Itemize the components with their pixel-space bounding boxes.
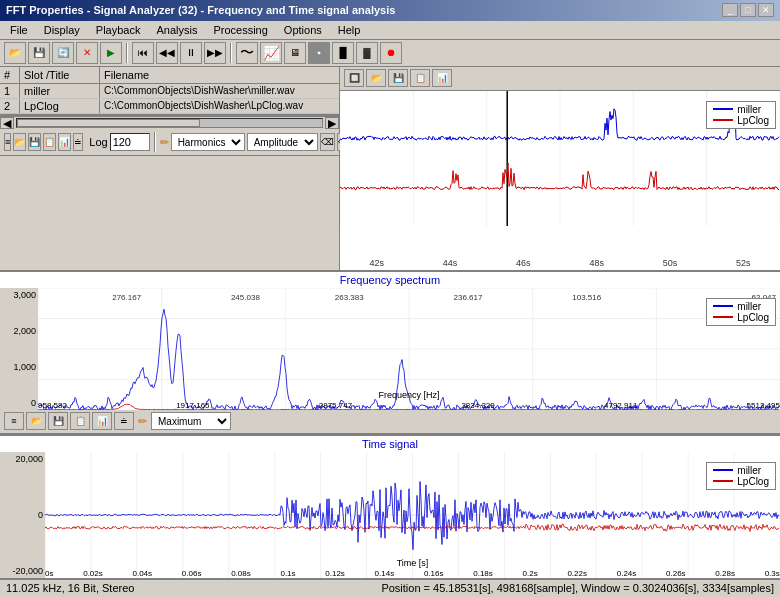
left-panel: # Slot /Title Filename 1 miller C:\Commo… [0,67,340,270]
fft-toolbar: ≡ 📂 💾 📋 📊 ≐ Log 120 ✏ Harmonics Amplitud… [0,130,339,156]
freq-x-4792: 4792.911 [604,401,637,410]
legend-miller-label: miller [737,104,761,115]
eraser-btn[interactable]: ⌫ [320,133,335,151]
monitor-btn[interactable]: 🖥 [284,42,306,64]
time-52s: 52s [736,258,751,268]
play-button[interactable]: ▶ [100,42,122,64]
log-input[interactable]: 120 [110,133,150,151]
freq-tb-btn4[interactable]: 📋 [70,412,90,430]
close-button[interactable]: ✕ [758,3,774,17]
fft-btn[interactable]: █ [332,42,354,64]
col-hash: # [0,67,20,83]
amplitude-select1[interactable]: Amplitude [247,133,318,151]
scrollbar-thumb[interactable] [17,119,200,127]
menu-playback[interactable]: Playback [90,23,147,37]
time-axis-label: Time [s] [397,558,429,568]
menu-processing[interactable]: Processing [207,23,273,37]
row2-num: 2 [0,99,20,113]
wave-tb-btn2[interactable]: 📂 [366,69,386,87]
fft-tb-btn2[interactable]: 📂 [13,133,26,151]
menu-file[interactable]: File [4,23,34,37]
main-toolbar: 📂 💾 🔄 ✕ ▶ ⏮ ◀◀ ⏸ ▶▶ 〜 📈 🖥 ▪ █ ▓ ⏺ [0,40,780,67]
col-slot: Slot /Title [20,67,100,83]
menu-bar: File Display Playback Analysis Processin… [0,21,780,40]
annot-263: 263.383 [335,293,364,302]
time-legend-miller: miller [713,465,769,476]
time-x-016s: 0.16s [424,569,444,578]
freq-y-1000: 1,000 [13,362,36,372]
freq-tb-btn1[interactable]: ≡ [4,412,24,430]
wave-tb-btn1[interactable]: 🔲 [344,69,364,87]
print-btn[interactable]: ▪ [308,42,330,64]
legend-lpclog-label: LpClog [737,115,769,126]
prev-button[interactable]: ⏮ [132,42,154,64]
status-left: 11.025 kHz, 16 Bit, Stereo [6,582,134,594]
annot-245: 245.038 [231,293,260,302]
freq-title: Frequency spectrum [0,272,780,288]
fft-tb-btn5[interactable]: 📊 [58,133,71,151]
time-x-002s: 0.02s [83,569,103,578]
time-legend-miller-label: miller [737,465,761,476]
freq-x-958: 958.582 [38,401,67,410]
minimize-button[interactable]: _ [722,3,738,17]
scrollbar-area[interactable]: ◀ ▶ [0,116,339,130]
time-x-014s: 0.14s [375,569,395,578]
maximize-button[interactable]: □ [740,3,756,17]
legend-miller-color [713,108,733,110]
time-x-008s: 0.08s [231,569,251,578]
freq-y-3000: 3,000 [13,290,36,300]
menu-analysis[interactable]: Analysis [150,23,203,37]
freq-legend-miller: miller [713,301,769,312]
fft-tb-btn6[interactable]: ≐ [73,133,83,151]
wave-tb-btn3[interactable]: 💾 [388,69,408,87]
pause-button[interactable]: ⏸ [180,42,202,64]
fft-tb-btn4[interactable]: 📋 [43,133,56,151]
wave-btn[interactable]: 〜 [236,42,258,64]
stop-button[interactable]: ✕ [76,42,98,64]
time-axis: 42s 44s 46s 48s 50s 52s [340,258,780,268]
legend-miller: miller [713,104,769,115]
record-btn[interactable]: ⏺ [380,42,402,64]
open-button[interactable]: 📂 [4,42,26,64]
chart-btn[interactable]: 📈 [260,42,282,64]
save-button[interactable]: 💾 [28,42,50,64]
forward-button[interactable]: ▶▶ [204,42,226,64]
file-row-2[interactable]: 2 LpClog C:\CommonObjects\DishWasher\LpC… [0,99,339,114]
freq-legend-lpclog: LpClog [713,312,769,323]
freq-x-axis: 958.582 1917.165 2875.747 3834.329 4792.… [38,401,780,410]
harmonics-select[interactable]: Harmonics [171,133,245,151]
time-section: Time signal 20,000 0 -20,000 miller [0,436,780,578]
fft-tb-btn3[interactable]: 💾 [28,133,41,151]
wave-tb-btn4[interactable]: 📋 [410,69,430,87]
fft2-btn[interactable]: ▓ [356,42,378,64]
title-bar: FFT Properties - Signal Analyzer (32) - … [0,0,780,21]
freq-x-3834: 3834.329 [461,401,494,410]
scroll-right[interactable]: ▶ [325,117,339,129]
file-row-1[interactable]: 1 miller C:\CommonObjects\DishWasher\mil… [0,84,339,99]
time-x-02s: 0.2s [523,569,538,578]
freq-tb-btn6[interactable]: ≐ [114,412,134,430]
freq-max-select[interactable]: Maximum [151,412,231,430]
time-y-axis: 20,000 0 -20,000 [0,452,45,578]
scroll-left[interactable]: ◀ [0,117,14,129]
freq-y-2000: 2,000 [13,326,36,336]
freq-tb-btn5[interactable]: 📊 [92,412,112,430]
toolbar-sep1 [126,43,128,63]
menu-options[interactable]: Options [278,23,328,37]
freq-legend: miller LpClog [706,298,776,326]
menu-display[interactable]: Display [38,23,86,37]
time-48s: 48s [589,258,604,268]
refresh-button[interactable]: 🔄 [52,42,74,64]
freq-tb-btn2[interactable]: 📂 [26,412,46,430]
wave-tb-btn5[interactable]: 📊 [432,69,452,87]
menu-help[interactable]: Help [332,23,367,37]
rewind-button[interactable]: ◀◀ [156,42,178,64]
annot-276: 276.167 [112,293,141,302]
scrollbar-track[interactable] [16,118,323,128]
row1-slot: miller [20,84,100,98]
freq-tb-btn3[interactable]: 💾 [48,412,68,430]
fft-tb-btn1[interactable]: ≡ [4,133,11,151]
freq-chart-area: 276.167 245.038 263.383 236.617 103.516 … [38,288,780,410]
freq-x-5512: 5512.495 [747,401,780,410]
time-x-01s: 0.1s [280,569,295,578]
